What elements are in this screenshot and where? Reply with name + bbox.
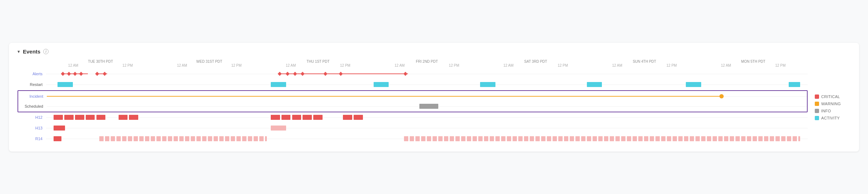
- restart-bar-5[interactable]: [587, 82, 602, 87]
- axis-day-sat: SAT 3RD PDT: [524, 60, 547, 63]
- h12-bar-2[interactable]: [64, 115, 74, 120]
- r14-label[interactable]: R14: [18, 137, 46, 141]
- incident-line: [47, 96, 723, 97]
- time-axis: TUE 30TH PDT 12 AM 12 PM WED 31ST PDT 12…: [46, 60, 808, 67]
- axis-thu: THU 1ST PDT 12 AM 12 PM: [264, 60, 373, 67]
- restart-row: Restart: [18, 80, 808, 90]
- h12-label[interactable]: H12: [18, 115, 46, 119]
- axis-day-mon: MON 5TH PDT: [741, 60, 765, 63]
- h12-bar-3[interactable]: [75, 115, 84, 120]
- events-header: ▾ Events i: [18, 48, 850, 55]
- h13-bar-2[interactable]: [271, 126, 286, 131]
- axis-day-tue: TUE 30TH PDT: [88, 60, 113, 63]
- events-card: ▾ Events i TUE 30TH PDT 12 AM 12 PM WED …: [9, 43, 859, 152]
- restart-bar-7[interactable]: [789, 82, 800, 87]
- restart-bar-6[interactable]: [686, 82, 701, 87]
- h13-track[interactable]: [46, 123, 808, 133]
- axis-times-tue: 12 AM 12 PM: [46, 63, 155, 67]
- axis-wed: WED 31ST PDT 12 AM 12 PM: [155, 60, 264, 67]
- legend: CRITICAL WARNING INFO ACTIVITY: [808, 60, 850, 144]
- collapse-chevron[interactable]: ▾: [18, 49, 20, 54]
- h13-row: H13: [18, 123, 808, 133]
- r14-bars-group1[interactable]: [99, 136, 267, 141]
- axis-sun: SUN 4TH PDT 12 AM 12 PM: [590, 60, 699, 67]
- alert-line-2: [96, 73, 107, 74]
- restart-bar-3[interactable]: [374, 82, 389, 87]
- alerts-row: Alerts: [18, 69, 808, 79]
- h13-bar-1[interactable]: [54, 126, 65, 131]
- activity-swatch: [815, 116, 819, 120]
- h12-bar-4[interactable]: [86, 115, 95, 120]
- alert-line-1: [61, 73, 88, 74]
- h12-bar-12[interactable]: [313, 115, 323, 120]
- incident-row: Incident: [18, 91, 807, 101]
- info-label: INFO: [821, 109, 831, 113]
- legend-critical: CRITICAL: [815, 95, 850, 99]
- h12-bar-9[interactable]: [281, 115, 291, 120]
- incident-scheduled-wrapper: Incident Scheduled: [18, 90, 808, 112]
- activity-label: ACTIVITY: [821, 116, 840, 120]
- legend-warning: WARNING: [815, 102, 850, 106]
- h12-track[interactable]: [46, 112, 808, 122]
- legend-info: INFO: [815, 109, 850, 113]
- scheduled-track[interactable]: [47, 101, 807, 111]
- scheduled-bar-1[interactable]: [419, 104, 438, 109]
- critical-label: CRITICAL: [821, 95, 840, 99]
- h12-bar-1[interactable]: [54, 115, 63, 120]
- h12-bar-11[interactable]: [303, 115, 312, 120]
- r14-bars-group2[interactable]: [404, 136, 800, 141]
- h12-bar-10[interactable]: [292, 115, 301, 120]
- alert-line-4: [301, 73, 408, 74]
- r14-row: R14: [18, 134, 808, 144]
- critical-swatch: [815, 95, 819, 99]
- warning-swatch: [815, 102, 819, 106]
- axis-day-thu: THU 1ST PDT: [306, 60, 329, 63]
- alerts-track[interactable]: [46, 69, 808, 79]
- axis-day-sun: SUN 4TH PDT: [633, 60, 656, 63]
- h12-bar-13[interactable]: [343, 115, 352, 120]
- h13-label[interactable]: H13: [18, 126, 46, 130]
- alerts-label[interactable]: Alerts: [18, 72, 46, 76]
- h12-bar-5[interactable]: [96, 115, 106, 120]
- alert-diamond-13[interactable]: [403, 72, 407, 76]
- axis-fri: FRI 2ND PDT 12 AM 12 PM: [373, 60, 482, 67]
- restart-bar-2[interactable]: [271, 82, 286, 87]
- axis-mon: MON 5TH PDT 12 AM 12 PM: [699, 60, 808, 67]
- chart-area: TUE 30TH PDT 12 AM 12 PM WED 31ST PDT 12…: [18, 60, 808, 144]
- axis-day-wed: WED 31ST PDT: [196, 60, 223, 63]
- restart-bar-4[interactable]: [480, 82, 495, 87]
- h12-bar-7[interactable]: [129, 115, 138, 120]
- h12-bar-6[interactable]: [119, 115, 128, 120]
- restart-bar-1[interactable]: [58, 82, 73, 87]
- incident-label[interactable]: Incident: [18, 94, 47, 98]
- info-icon[interactable]: i: [43, 49, 49, 54]
- legend-activity: ACTIVITY: [815, 116, 850, 120]
- axis-tue: TUE 30TH PDT 12 AM 12 PM: [46, 60, 155, 67]
- h12-bar-14[interactable]: [354, 115, 363, 120]
- events-title: Events: [23, 48, 40, 55]
- restart-label: Restart: [18, 82, 46, 87]
- scheduled-label: Scheduled: [18, 104, 47, 108]
- info-swatch: [815, 109, 819, 113]
- axis-day-fri: FRI 2ND PDT: [416, 60, 438, 63]
- r14-track[interactable]: [46, 134, 808, 144]
- restart-track[interactable]: [46, 80, 808, 90]
- main-area: TUE 30TH PDT 12 AM 12 PM WED 31ST PDT 12…: [18, 60, 850, 144]
- incident-dot[interactable]: [719, 94, 724, 98]
- r14-bar-start[interactable]: [54, 136, 61, 141]
- axis-sat: SAT 3RD PDT 12 AM 12 PM: [481, 60, 590, 67]
- h12-row: H12: [18, 112, 808, 122]
- scheduled-row: Scheduled: [18, 101, 807, 111]
- warning-label: WARNING: [821, 102, 841, 106]
- incident-track[interactable]: [47, 91, 807, 101]
- h12-bar-8[interactable]: [271, 115, 280, 120]
